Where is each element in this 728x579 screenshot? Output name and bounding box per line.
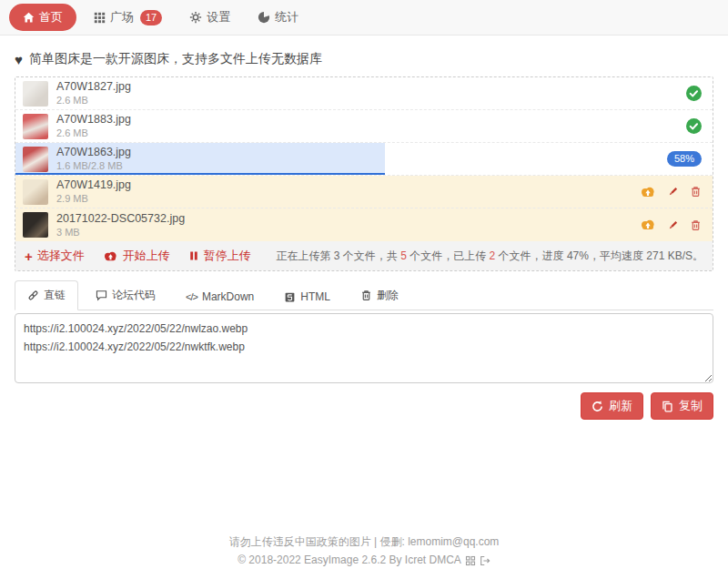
delete-trash-icon[interactable] bbox=[690, 219, 702, 231]
navbar: 首页 广场 17 设置 bbox=[0, 0, 728, 36]
file-thumbnail bbox=[23, 114, 48, 139]
total-files-count: 5 bbox=[400, 249, 407, 262]
tab-markdown[interactable]: </> MarkDown bbox=[173, 283, 267, 310]
grid-icon bbox=[94, 12, 106, 24]
file-size: 3 MB bbox=[56, 226, 185, 239]
refresh-label: 刷新 bbox=[609, 398, 632, 414]
start-upload-button[interactable]: 开始上传 bbox=[103, 248, 170, 264]
file-size: 2.6 MB bbox=[56, 127, 131, 139]
tab-label: 论坛代码 bbox=[112, 288, 156, 303]
file-name: 20171022-DSC05732.jpg bbox=[56, 211, 185, 226]
pause-upload-button[interactable]: 暂停上传 bbox=[188, 248, 251, 264]
heart-icon: ♥ bbox=[15, 53, 23, 66]
file-thumbnail bbox=[23, 81, 48, 107]
pause-upload-label: 暂停上传 bbox=[204, 248, 251, 264]
edit-pencil-icon[interactable] bbox=[667, 219, 679, 231]
file-row-uploading: A70W1863.jpg 1.6 MB/2.8 MB 58% bbox=[15, 143, 713, 176]
success-check-icon bbox=[686, 118, 702, 134]
logout-icon[interactable] bbox=[480, 555, 490, 566]
copy-button[interactable]: 复制 bbox=[651, 392, 713, 420]
file-thumbnail bbox=[23, 212, 48, 238]
pause-icon bbox=[188, 250, 199, 261]
links-output-textarea[interactable]: https://i2.100024.xyz/2022/05/22/nwlzao.… bbox=[15, 313, 713, 383]
code-icon: </> bbox=[186, 291, 197, 302]
file-thumbnail bbox=[23, 179, 48, 205]
file-name: A70W1883.jpg bbox=[56, 112, 131, 127]
select-files-button[interactable]: + 选择文件 bbox=[25, 248, 85, 264]
refresh-icon bbox=[592, 401, 603, 412]
edit-pencil-icon[interactable] bbox=[667, 186, 679, 198]
footer-copyright: © 2018-2022 EasyImage 2.6.2 By Icret DMC… bbox=[238, 552, 461, 570]
select-files-label: 选择文件 bbox=[37, 248, 85, 264]
apps-grid-icon[interactable] bbox=[465, 555, 476, 566]
nav-item-settings[interactable]: 设置 bbox=[179, 5, 240, 30]
nav-item-label: 广场 bbox=[110, 9, 134, 25]
nav-item-home[interactable]: 首页 bbox=[9, 4, 76, 31]
nav-item-gallery[interactable]: 广场 17 bbox=[84, 5, 172, 30]
tab-label: 删除 bbox=[377, 288, 399, 303]
gallery-count-badge: 17 bbox=[140, 10, 162, 25]
file-row-queued: 20171022-DSC05732.jpg 3 MB bbox=[15, 208, 713, 241]
nav-item-label: 首页 bbox=[39, 9, 63, 25]
nav-item-label: 统计 bbox=[275, 9, 298, 25]
start-upload-label: 开始上传 bbox=[123, 248, 170, 264]
tab-label: HTML bbox=[300, 290, 330, 303]
file-row: A70W1883.jpg 2.6 MB bbox=[15, 110, 713, 143]
progress-percent-badge: 58% bbox=[667, 151, 702, 167]
tab-direct-link[interactable]: 直链 bbox=[15, 280, 78, 310]
pie-chart-icon bbox=[258, 11, 270, 24]
file-name: A70W1827.jpg bbox=[56, 79, 131, 94]
plus-icon: + bbox=[25, 249, 33, 263]
file-row: A70W1827.jpg 2.6 MB bbox=[15, 77, 713, 110]
file-name: A70W1419.jpg bbox=[56, 178, 131, 192]
upload-dropzone[interactable]: A70W1827.jpg 2.6 MB A70W1883.jpg 2.6 MB bbox=[15, 76, 713, 271]
html5-icon bbox=[284, 291, 296, 303]
home-icon bbox=[23, 12, 35, 24]
main-content: ♥ 简单图床是一款开源图床，支持多文件上传无数据库 A70W1827.jpg 2… bbox=[0, 36, 728, 420]
upload-toolbar: + 选择文件 开始上传 暂停上传 正在上传第 3 个文件，共 5 个文件，已上传… bbox=[15, 241, 713, 270]
tab-label: 直链 bbox=[44, 288, 66, 303]
comment-icon bbox=[96, 290, 107, 301]
file-thumbnail bbox=[23, 147, 48, 172]
delete-trash-icon[interactable] bbox=[690, 186, 702, 198]
cloud-upload-icon[interactable] bbox=[640, 218, 656, 231]
file-row-queued: A70W1419.jpg 2.9 MB bbox=[15, 176, 713, 208]
footer-policy-line: 请勿上传违反中国政策的图片 | 侵删: lemomim@qq.com bbox=[0, 533, 728, 552]
file-size: 2.6 MB bbox=[56, 94, 131, 107]
nav-item-label: 设置 bbox=[207, 9, 230, 25]
cloud-upload-icon[interactable] bbox=[640, 186, 656, 198]
upload-status-text: 正在上传第 3 个文件，共 5 个文件，已上传 2 个文件，进度 47%，平均速… bbox=[277, 249, 703, 264]
link-icon bbox=[27, 290, 39, 301]
gear-icon bbox=[189, 11, 202, 24]
tab-html[interactable]: HTML bbox=[271, 283, 343, 310]
refresh-button[interactable]: 刷新 bbox=[581, 392, 643, 420]
tab-delete[interactable]: 删除 bbox=[348, 280, 411, 310]
file-size: 1.6 MB/2.8 MB bbox=[56, 159, 131, 172]
tab-label: MarkDown bbox=[202, 290, 254, 303]
tab-bbcode[interactable]: 论坛代码 bbox=[83, 280, 168, 310]
intro-line: ♥ 简单图床是一款开源图床，支持多文件上传无数据库 bbox=[15, 51, 713, 67]
cloud-upload-icon bbox=[103, 250, 118, 262]
file-size: 2.9 MB bbox=[56, 192, 131, 205]
file-name: A70W1863.jpg bbox=[56, 145, 131, 159]
actions-row: 刷新 复制 bbox=[15, 392, 713, 420]
copy-label: 复制 bbox=[679, 398, 703, 414]
intro-text: 简单图床是一款开源图床，支持多文件上传无数据库 bbox=[29, 51, 322, 67]
page-footer: 请勿上传违反中国政策的图片 | 侵删: lemomim@qq.com © 201… bbox=[0, 533, 728, 579]
trash-icon bbox=[360, 290, 372, 301]
success-check-icon bbox=[686, 86, 702, 101]
nav-item-stats[interactable]: 统计 bbox=[248, 5, 308, 30]
output-tabs: 直链 论坛代码 </> MarkDown HTML 删除 bbox=[15, 283, 713, 310]
copy-icon bbox=[662, 401, 673, 412]
